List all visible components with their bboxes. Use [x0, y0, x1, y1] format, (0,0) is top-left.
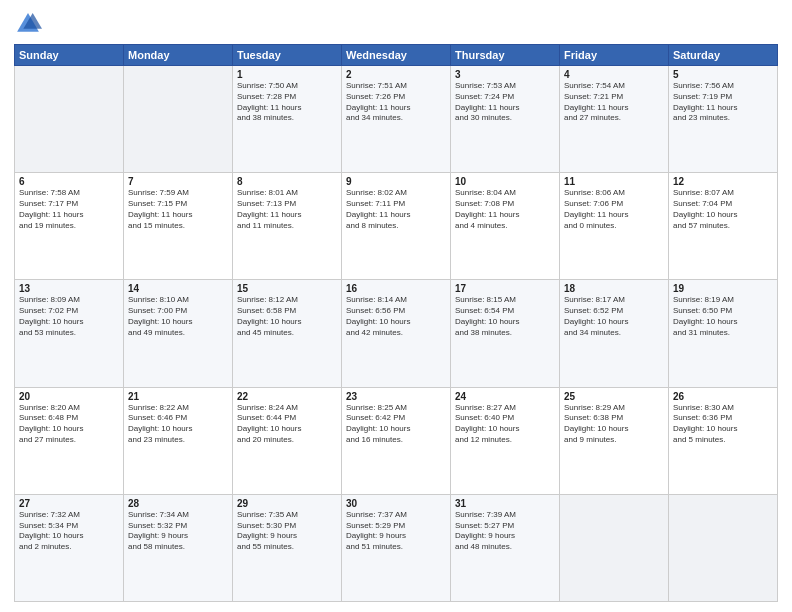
day-cell: 18Sunrise: 8:17 AM Sunset: 6:52 PM Dayli… [560, 280, 669, 387]
day-number: 4 [564, 69, 664, 80]
day-detail: Sunrise: 8:12 AM Sunset: 6:58 PM Dayligh… [237, 295, 337, 338]
day-detail: Sunrise: 8:24 AM Sunset: 6:44 PM Dayligh… [237, 403, 337, 446]
day-cell: 29Sunrise: 7:35 AM Sunset: 5:30 PM Dayli… [233, 494, 342, 601]
day-detail: Sunrise: 7:35 AM Sunset: 5:30 PM Dayligh… [237, 510, 337, 553]
day-number: 25 [564, 391, 664, 402]
day-detail: Sunrise: 8:29 AM Sunset: 6:38 PM Dayligh… [564, 403, 664, 446]
day-cell: 30Sunrise: 7:37 AM Sunset: 5:29 PM Dayli… [342, 494, 451, 601]
day-detail: Sunrise: 8:30 AM Sunset: 6:36 PM Dayligh… [673, 403, 773, 446]
day-number: 22 [237, 391, 337, 402]
day-cell: 24Sunrise: 8:27 AM Sunset: 6:40 PM Dayli… [451, 387, 560, 494]
day-cell: 26Sunrise: 8:30 AM Sunset: 6:36 PM Dayli… [669, 387, 778, 494]
day-cell: 6Sunrise: 7:58 AM Sunset: 7:17 PM Daylig… [15, 173, 124, 280]
day-detail: Sunrise: 8:02 AM Sunset: 7:11 PM Dayligh… [346, 188, 446, 231]
day-header-friday: Friday [560, 45, 669, 66]
day-number: 20 [19, 391, 119, 402]
day-number: 26 [673, 391, 773, 402]
day-cell: 5Sunrise: 7:56 AM Sunset: 7:19 PM Daylig… [669, 66, 778, 173]
day-number: 11 [564, 176, 664, 187]
day-cell: 10Sunrise: 8:04 AM Sunset: 7:08 PM Dayli… [451, 173, 560, 280]
day-number: 13 [19, 283, 119, 294]
day-header-monday: Monday [124, 45, 233, 66]
header [14, 10, 778, 38]
day-cell: 27Sunrise: 7:32 AM Sunset: 5:34 PM Dayli… [15, 494, 124, 601]
day-cell: 13Sunrise: 8:09 AM Sunset: 7:02 PM Dayli… [15, 280, 124, 387]
day-detail: Sunrise: 7:37 AM Sunset: 5:29 PM Dayligh… [346, 510, 446, 553]
day-cell: 20Sunrise: 8:20 AM Sunset: 6:48 PM Dayli… [15, 387, 124, 494]
week-row-5: 27Sunrise: 7:32 AM Sunset: 5:34 PM Dayli… [15, 494, 778, 601]
day-cell [560, 494, 669, 601]
day-cell [124, 66, 233, 173]
day-cell: 9Sunrise: 8:02 AM Sunset: 7:11 PM Daylig… [342, 173, 451, 280]
day-number: 8 [237, 176, 337, 187]
day-detail: Sunrise: 7:50 AM Sunset: 7:28 PM Dayligh… [237, 81, 337, 124]
day-detail: Sunrise: 8:19 AM Sunset: 6:50 PM Dayligh… [673, 295, 773, 338]
day-number: 28 [128, 498, 228, 509]
day-cell: 4Sunrise: 7:54 AM Sunset: 7:21 PM Daylig… [560, 66, 669, 173]
day-detail: Sunrise: 7:56 AM Sunset: 7:19 PM Dayligh… [673, 81, 773, 124]
day-cell: 28Sunrise: 7:34 AM Sunset: 5:32 PM Dayli… [124, 494, 233, 601]
day-detail: Sunrise: 8:14 AM Sunset: 6:56 PM Dayligh… [346, 295, 446, 338]
day-header-saturday: Saturday [669, 45, 778, 66]
logo-icon [14, 10, 42, 38]
day-number: 9 [346, 176, 446, 187]
day-cell: 22Sunrise: 8:24 AM Sunset: 6:44 PM Dayli… [233, 387, 342, 494]
day-cell: 12Sunrise: 8:07 AM Sunset: 7:04 PM Dayli… [669, 173, 778, 280]
day-number: 18 [564, 283, 664, 294]
day-number: 2 [346, 69, 446, 80]
day-number: 24 [455, 391, 555, 402]
day-detail: Sunrise: 7:51 AM Sunset: 7:26 PM Dayligh… [346, 81, 446, 124]
day-header-thursday: Thursday [451, 45, 560, 66]
day-cell: 16Sunrise: 8:14 AM Sunset: 6:56 PM Dayli… [342, 280, 451, 387]
day-detail: Sunrise: 7:39 AM Sunset: 5:27 PM Dayligh… [455, 510, 555, 553]
day-number: 6 [19, 176, 119, 187]
week-row-4: 20Sunrise: 8:20 AM Sunset: 6:48 PM Dayli… [15, 387, 778, 494]
day-cell: 31Sunrise: 7:39 AM Sunset: 5:27 PM Dayli… [451, 494, 560, 601]
day-cell: 1Sunrise: 7:50 AM Sunset: 7:28 PM Daylig… [233, 66, 342, 173]
day-detail: Sunrise: 8:04 AM Sunset: 7:08 PM Dayligh… [455, 188, 555, 231]
day-number: 19 [673, 283, 773, 294]
day-number: 7 [128, 176, 228, 187]
calendar-table: SundayMondayTuesdayWednesdayThursdayFrid… [14, 44, 778, 602]
day-detail: Sunrise: 7:58 AM Sunset: 7:17 PM Dayligh… [19, 188, 119, 231]
day-detail: Sunrise: 7:53 AM Sunset: 7:24 PM Dayligh… [455, 81, 555, 124]
day-cell: 14Sunrise: 8:10 AM Sunset: 7:00 PM Dayli… [124, 280, 233, 387]
day-cell [15, 66, 124, 173]
day-cell: 17Sunrise: 8:15 AM Sunset: 6:54 PM Dayli… [451, 280, 560, 387]
day-cell: 23Sunrise: 8:25 AM Sunset: 6:42 PM Dayli… [342, 387, 451, 494]
day-detail: Sunrise: 7:32 AM Sunset: 5:34 PM Dayligh… [19, 510, 119, 553]
week-row-1: 1Sunrise: 7:50 AM Sunset: 7:28 PM Daylig… [15, 66, 778, 173]
week-row-3: 13Sunrise: 8:09 AM Sunset: 7:02 PM Dayli… [15, 280, 778, 387]
day-cell: 19Sunrise: 8:19 AM Sunset: 6:50 PM Dayli… [669, 280, 778, 387]
day-number: 10 [455, 176, 555, 187]
day-cell: 2Sunrise: 7:51 AM Sunset: 7:26 PM Daylig… [342, 66, 451, 173]
day-number: 12 [673, 176, 773, 187]
day-detail: Sunrise: 7:54 AM Sunset: 7:21 PM Dayligh… [564, 81, 664, 124]
day-cell: 11Sunrise: 8:06 AM Sunset: 7:06 PM Dayli… [560, 173, 669, 280]
day-number: 17 [455, 283, 555, 294]
day-header-wednesday: Wednesday [342, 45, 451, 66]
day-detail: Sunrise: 8:10 AM Sunset: 7:00 PM Dayligh… [128, 295, 228, 338]
logo [14, 10, 46, 38]
week-row-2: 6Sunrise: 7:58 AM Sunset: 7:17 PM Daylig… [15, 173, 778, 280]
day-detail: Sunrise: 8:09 AM Sunset: 7:02 PM Dayligh… [19, 295, 119, 338]
day-number: 15 [237, 283, 337, 294]
day-header-tuesday: Tuesday [233, 45, 342, 66]
day-detail: Sunrise: 8:25 AM Sunset: 6:42 PM Dayligh… [346, 403, 446, 446]
day-cell: 21Sunrise: 8:22 AM Sunset: 6:46 PM Dayli… [124, 387, 233, 494]
day-cell: 8Sunrise: 8:01 AM Sunset: 7:13 PM Daylig… [233, 173, 342, 280]
day-detail: Sunrise: 8:07 AM Sunset: 7:04 PM Dayligh… [673, 188, 773, 231]
day-number: 21 [128, 391, 228, 402]
day-cell: 7Sunrise: 7:59 AM Sunset: 7:15 PM Daylig… [124, 173, 233, 280]
day-cell: 15Sunrise: 8:12 AM Sunset: 6:58 PM Dayli… [233, 280, 342, 387]
day-cell: 3Sunrise: 7:53 AM Sunset: 7:24 PM Daylig… [451, 66, 560, 173]
day-detail: Sunrise: 7:59 AM Sunset: 7:15 PM Dayligh… [128, 188, 228, 231]
day-number: 27 [19, 498, 119, 509]
day-detail: Sunrise: 8:20 AM Sunset: 6:48 PM Dayligh… [19, 403, 119, 446]
day-cell: 25Sunrise: 8:29 AM Sunset: 6:38 PM Dayli… [560, 387, 669, 494]
day-number: 31 [455, 498, 555, 509]
day-number: 29 [237, 498, 337, 509]
day-detail: Sunrise: 8:06 AM Sunset: 7:06 PM Dayligh… [564, 188, 664, 231]
day-detail: Sunrise: 8:27 AM Sunset: 6:40 PM Dayligh… [455, 403, 555, 446]
day-cell [669, 494, 778, 601]
